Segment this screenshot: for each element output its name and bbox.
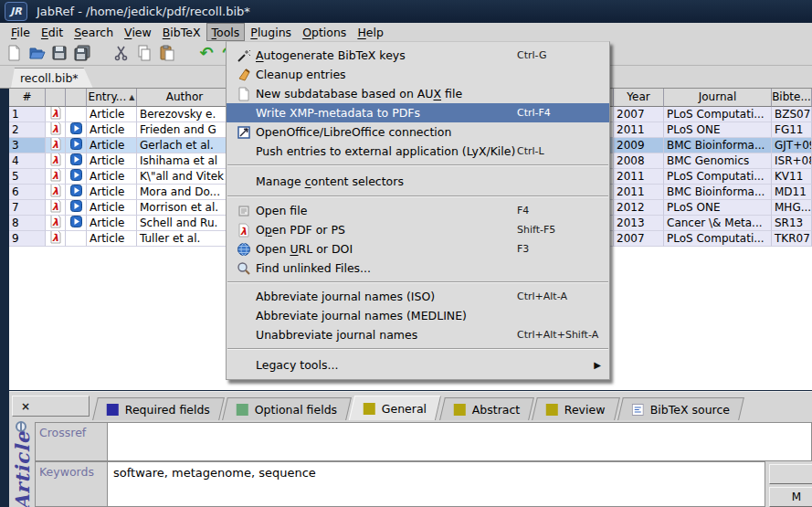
cell-year[interactable]: 2012 (614, 200, 664, 216)
menu-item-legacy-tools[interactable]: Legacy tools...▶ (227, 354, 609, 375)
cell-pdf[interactable]: λ (46, 107, 66, 122)
cell-key[interactable]: TKR07 (772, 231, 812, 247)
menu-item-push-entries-to-external-application-lyx-kile[interactable]: Push entries to external application (Ly… (227, 142, 609, 161)
cell-num[interactable]: 5 (9, 169, 46, 185)
cell-year[interactable]: 2007 (614, 107, 664, 122)
cell-type[interactable]: Article (87, 185, 137, 200)
menubar-item-search[interactable]: Search (69, 23, 119, 41)
cell-url[interactable] (66, 107, 87, 122)
cell-journal[interactable]: PLoS ONE (664, 200, 772, 216)
cell-type[interactable]: Article (87, 169, 137, 185)
menu-item-new-subdatabase-based-on-aux-file[interactable]: New subdatabase based on AUX file (227, 84, 609, 103)
cell-pdf[interactable]: λ (46, 185, 66, 200)
pdf-file-icon[interactable]: λ (49, 107, 62, 122)
cell-author[interactable]: Gerlach et al. (137, 138, 233, 153)
menu-item-unabbreviate-journal-names[interactable]: Unabbreviate journal namesCtrl+Alt+Shift… (227, 325, 609, 344)
column-header-num[interactable]: # (9, 89, 46, 107)
cell-pdf[interactable]: λ (46, 138, 66, 153)
menu-item-abbreviate-journal-names-iso[interactable]: Abbreviate journal names (ISO)Ctrl+Alt-A (227, 287, 609, 306)
cell-author[interactable]: Tuller et al. (137, 231, 233, 247)
menubar-item-view[interactable]: View (119, 23, 157, 41)
undo-icon[interactable]: ↶ (196, 43, 216, 63)
cut-icon[interactable] (111, 43, 132, 63)
menubar-item-bibtex[interactable]: BibTeX (157, 23, 206, 41)
cell-pdf[interactable]: λ (46, 200, 66, 216)
cell-journal[interactable]: PLoS Computati... (664, 107, 772, 122)
cell-journal[interactable]: BMC Bioinforma... (664, 185, 772, 200)
cell-url[interactable] (66, 153, 87, 169)
cell-type[interactable]: Article (87, 231, 137, 247)
cell-pdf[interactable]: λ (46, 231, 66, 247)
column-header-pdf[interactable] (46, 89, 66, 107)
cell-url[interactable] (66, 169, 87, 185)
cell-pdf[interactable]: λ (46, 153, 66, 169)
cell-year[interactable]: 2011 (614, 122, 664, 138)
tab-optional-fields[interactable]: Optional fields (222, 397, 352, 420)
cell-author[interactable]: Schell and Ru. (137, 216, 233, 231)
url-link-icon[interactable] (70, 122, 82, 138)
menu-item-openoffice-libreoffice-connection[interactable]: OpenOffice/LibreOffice connection (227, 122, 609, 142)
column-header-url[interactable] (66, 89, 87, 107)
tab-bibtex-source[interactable]: BibTeX source (617, 397, 744, 420)
pdf-file-icon[interactable]: λ (49, 138, 62, 153)
cell-author[interactable]: K\"all and Vitek (137, 169, 233, 185)
cell-key[interactable]: MHG... (772, 200, 812, 216)
cell-num[interactable]: 1 (9, 107, 46, 122)
cell-journal[interactable]: Cancer \& Meta... (664, 216, 772, 231)
pdf-file-icon[interactable]: λ (49, 169, 62, 185)
url-link-icon[interactable] (70, 153, 82, 169)
side-button-1[interactable] (769, 464, 812, 484)
menubar-item-plugins[interactable]: Plugins (245, 23, 297, 41)
menubar-item-options[interactable]: Options (297, 23, 352, 41)
cell-journal[interactable]: BMC Genomics (664, 153, 772, 169)
url-link-icon[interactable] (70, 169, 82, 185)
pdf-file-icon[interactable]: λ (49, 216, 62, 231)
cell-type[interactable]: Article (87, 216, 137, 231)
cell-author[interactable]: Berezovsky e. (137, 107, 233, 122)
cell-year[interactable]: 2008 (614, 153, 664, 169)
save-all-icon[interactable] (72, 43, 92, 63)
keywords-field[interactable]: software, metagenome, sequence (108, 461, 765, 507)
menubar-item-help[interactable]: Help (352, 23, 389, 41)
cell-num[interactable]: 4 (9, 153, 46, 169)
cell-year[interactable]: 2009 (614, 138, 664, 153)
column-header-journal[interactable]: Journal (664, 89, 772, 107)
menu-item-find-unlinked-files[interactable]: Find unlinked Files... (227, 259, 609, 278)
cell-key[interactable]: MD11 (772, 185, 812, 200)
menu-item-autogenerate-bibtex-keys[interactable]: Autogenerate BibTeX keysCtrl-G (227, 46, 609, 65)
menu-item-open-file[interactable]: Open fileF4 (227, 201, 609, 220)
cell-year[interactable]: 2011 (614, 185, 664, 200)
url-link-icon[interactable] (70, 200, 82, 216)
menu-item-open-url-or-doi[interactable]: Open URL or DOIF3 (227, 239, 609, 259)
cell-num[interactable]: 2 (9, 122, 46, 138)
cell-author[interactable]: Frieden and G (137, 122, 233, 138)
paste-icon[interactable] (157, 43, 177, 63)
column-header-type[interactable]: Entry...▲ (87, 89, 137, 107)
cell-num[interactable]: 7 (9, 200, 46, 216)
menu-item-cleanup-entries[interactable]: Cleanup entries (227, 65, 609, 84)
cell-journal[interactable]: PLoS ONE (664, 122, 772, 138)
cell-url[interactable] (66, 200, 87, 216)
pdf-file-icon[interactable]: λ (49, 200, 62, 216)
cell-pdf[interactable]: λ (46, 216, 66, 231)
entry-editor-close-button[interactable]: × (12, 396, 90, 417)
cell-author[interactable]: Ishihama et al (137, 153, 233, 169)
cell-year[interactable]: 2011 (614, 169, 664, 185)
cell-pdf[interactable]: λ (46, 122, 66, 138)
menubar-item-edit[interactable]: Edit (36, 23, 69, 41)
url-link-icon[interactable] (70, 185, 82, 200)
cell-author[interactable]: Morrison et al. (137, 200, 233, 216)
cell-year[interactable]: 2013 (614, 216, 664, 231)
menu-item-abbreviate-journal-names-medline[interactable]: Abbreviate journal names (MEDLINE) (227, 306, 609, 325)
file-tab[interactable]: recoll.bib* (11, 68, 93, 88)
tab-required-fields[interactable]: Required fields (92, 397, 225, 420)
menu-item-write-xmp-metadata-to-pdfs[interactable]: Write XMP-metadata to PDFsCtrl-F4 (227, 103, 609, 122)
cell-num[interactable]: 8 (9, 216, 46, 231)
cell-num[interactable]: 3 (9, 138, 46, 153)
url-link-icon[interactable] (70, 216, 82, 231)
url-link-icon[interactable] (70, 138, 82, 153)
open-database-icon[interactable] (26, 43, 47, 63)
cell-type[interactable]: Article (87, 153, 137, 169)
cell-author[interactable]: Mora and Do... (137, 185, 233, 200)
cell-url[interactable] (66, 216, 87, 231)
